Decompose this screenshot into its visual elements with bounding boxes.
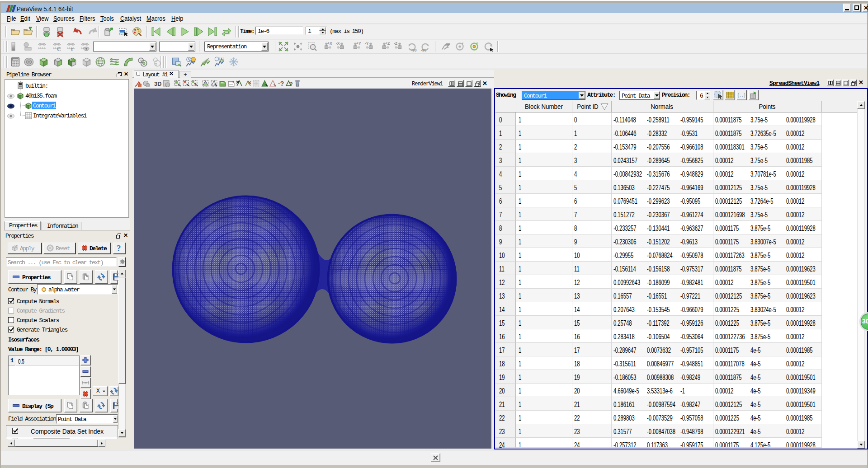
svg-text:+X: +X [327,41,332,46]
svg-text:·?: ·? [278,80,284,87]
svg-text:-90: -90 [421,48,427,52]
svg-text:-Z: -Z [394,41,397,46]
svg-text:t: t [71,46,73,52]
svg-text:+90: +90 [410,48,417,52]
svg-text:+Y: +Y [356,41,361,46]
svg-text:3D: 3D [154,80,161,87]
svg-text:-X: -X [336,41,340,46]
svg-text:+Z: +Z [385,41,390,46]
svg-text:-Y: -Y [365,41,369,46]
svg-text:C: C [57,46,61,52]
svg-text:{..}: {..} [737,92,745,98]
svg-text:?: ? [290,81,293,87]
